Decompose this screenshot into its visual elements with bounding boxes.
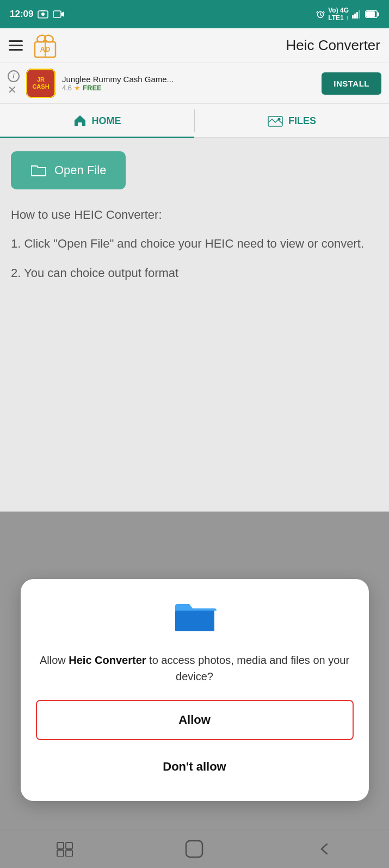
tab-home-label: HOME [92,115,121,127]
instruction-step2: 2. You can choice output format [11,263,378,283]
home-icon [73,115,87,127]
folder-outline-icon [30,163,47,177]
tab-bar: HOME FILES [0,104,389,138]
status-bar: 12:09 Vo) 4GLTE1 ↑ [0,0,389,28]
files-icon [268,115,283,127]
tab-files[interactable]: FILES [195,105,389,138]
open-file-label: Open File [54,163,106,177]
video-icon [53,10,65,19]
ad-icon[interactable]: AD [30,31,60,60]
svg-rect-6 [356,12,358,19]
ad-price: FREE [83,84,102,92]
svg-rect-10 [366,11,375,17]
svg-rect-5 [354,14,356,19]
svg-rect-7 [359,10,360,19]
tab-files-label: FILES [288,115,316,127]
ad-app-name: Junglee Rummy Cash Game... [62,75,315,84]
hamburger-menu[interactable] [9,40,23,51]
open-file-button[interactable]: Open File [11,151,126,189]
permission-dialog-overlay: Allow Heic Converter to access photos, m… [0,512,389,868]
ad-rating-value: 4.6 [62,84,72,92]
svg-point-18 [277,118,280,121]
dialog-folder-icon [36,599,354,642]
instructions: How to use HEIC Converter: 1. Click "Ope… [11,205,378,283]
svg-rect-4 [352,15,354,19]
network-label: Vo) 4GLTE1 ↑ [328,7,349,22]
alarm-icon [316,10,325,19]
svg-point-1 [41,13,45,16]
status-time: 12:09 [10,9,33,20]
allow-button[interactable]: Allow [36,700,354,740]
ad-app-icon: JRCASH [26,69,55,98]
deny-button[interactable]: Don't allow [36,748,354,786]
ad-close-button[interactable]: ✕ [8,83,17,96]
dialog-message-prefix: Allow [40,654,69,666]
app-title: Heic Converter [67,37,380,54]
app-bar: AD Heic Converter [0,28,389,63]
dialog-message: Allow Heic Converter to access photos, m… [36,652,354,685]
star-icon: ★ [74,84,81,92]
tab-home[interactable]: HOME [0,105,194,138]
main-content: Open File How to use HEIC Converter: 1. … [0,138,389,465]
svg-text:AD: AD [40,45,51,53]
install-button[interactable]: INSTALL [322,72,381,95]
instructions-heading: How to use HEIC Converter: [11,205,378,225]
ad-info-icon[interactable]: i [8,70,20,82]
svg-rect-9 [378,13,379,16]
battery-icon [365,10,379,18]
ad-banner: i ✕ JRCASH Junglee Rummy Cash Game... 4.… [0,63,389,104]
signal-icon [352,10,362,19]
svg-rect-2 [53,11,61,17]
dialog-app-name: Heic Converter [69,654,146,666]
photo-icon [38,10,48,19]
dialog-message-suffix: to access photos, media and files on you… [146,654,350,682]
ad-rating: 4.6 ★ FREE [62,84,315,92]
instruction-step1: 1. Click "Open File" and choice your HEI… [11,233,378,254]
svg-rect-19 [175,611,214,631]
gift-ad-icon: AD [30,32,60,61]
permission-dialog: Allow Heic Converter to access photos, m… [21,579,369,801]
ad-app-info: Junglee Rummy Cash Game... 4.6 ★ FREE [62,75,315,92]
